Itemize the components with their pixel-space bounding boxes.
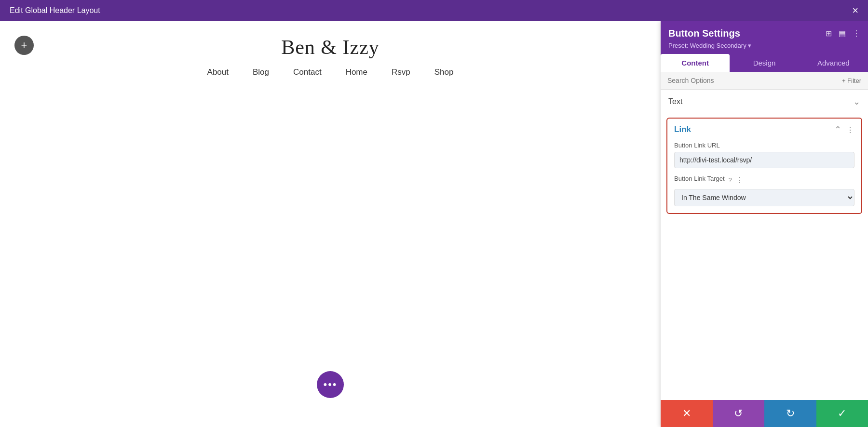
panel-footer: ✕ ↺ ↻ ✓ — [661, 400, 868, 427]
panel-preset: Preset: Wedding Secondary ▾ — [668, 42, 860, 49]
link-section: Link ⌃ ⋮ Button Link URL Button Link Tar… — [666, 118, 862, 214]
link-chevron-up-icon[interactable]: ⌃ — [834, 124, 841, 135]
tab-design[interactable]: Design — [730, 54, 799, 72]
close-button[interactable]: × — [852, 5, 858, 16]
target-more-icon[interactable]: ⋮ — [736, 175, 744, 185]
link-section-title: Link — [674, 125, 691, 134]
site-title: Ben & Izzy — [281, 36, 380, 59]
panel-header-icons: ⊞ ▤ ⋮ — [826, 29, 860, 38]
nav-home[interactable]: Home — [346, 67, 367, 77]
filter-button[interactable]: + Filter — [842, 77, 861, 84]
button-link-target-label: Button Link Target — [674, 175, 725, 182]
panel-content: Text ⌄ Link ⌃ ⋮ Button Link URL Button L… — [661, 90, 868, 400]
top-bar: Edit Global Header Layout × — [0, 0, 868, 21]
button-link-target-row: Button Link Target ? ⋮ — [674, 175, 854, 185]
redo-button[interactable]: ↻ — [764, 400, 816, 427]
text-section-label: Text — [668, 97, 682, 106]
nav-rsvp[interactable]: Rsvp — [392, 67, 410, 77]
panel-header-top: Button Settings ⊞ ▤ ⋮ — [668, 28, 860, 39]
more-icon[interactable]: ⋮ — [853, 29, 860, 38]
undo-button[interactable]: ↺ — [713, 400, 765, 427]
settings-panel: Button Settings ⊞ ▤ ⋮ Preset: Wedding Se… — [661, 21, 868, 427]
search-input[interactable] — [667, 77, 838, 84]
nav-contact[interactable]: Contact — [293, 67, 322, 77]
save-button[interactable]: ✓ — [816, 400, 868, 427]
panel-header: Button Settings ⊞ ▤ ⋮ Preset: Wedding Se… — [661, 21, 868, 54]
nav-about[interactable]: About — [207, 67, 229, 77]
cancel-button[interactable]: ✕ — [661, 400, 713, 427]
text-section-header[interactable]: Text ⌄ — [661, 90, 868, 114]
panel-title: Button Settings — [668, 28, 740, 39]
site-nav: About Blog Contact Home Rsvp Shop — [207, 67, 454, 77]
nav-blog[interactable]: Blog — [253, 67, 269, 77]
floating-dots-button[interactable]: ••• — [317, 371, 344, 398]
tab-advanced[interactable]: Advanced — [799, 54, 868, 72]
button-link-url-input[interactable] — [674, 152, 854, 168]
tab-content[interactable]: Content — [661, 54, 730, 72]
button-link-url-label: Button Link URL — [674, 142, 854, 149]
top-bar-title: Edit Global Header Layout — [10, 6, 100, 15]
site-header: Ben & Izzy About Blog Contact Home Rsvp … — [0, 21, 661, 87]
layout-icon[interactable]: ▤ — [839, 29, 846, 38]
link-section-icons: ⌃ ⋮ — [834, 124, 854, 135]
panel-tabs: Content Design Advanced — [661, 54, 868, 72]
nav-shop[interactable]: Shop — [434, 67, 454, 77]
button-link-target-select[interactable]: In The Same Window In The New Tab — [674, 189, 854, 206]
canvas: + Ben & Izzy About Blog Contact Home Rsv… — [0, 21, 661, 427]
text-chevron-icon: ⌄ — [853, 96, 860, 107]
add-button[interactable]: + — [14, 36, 34, 55]
expand-icon[interactable]: ⊞ — [826, 29, 832, 38]
search-bar: + Filter — [661, 72, 868, 90]
help-icon[interactable]: ? — [729, 176, 732, 184]
link-more-icon[interactable]: ⋮ — [846, 125, 854, 134]
link-section-header: Link ⌃ ⋮ — [667, 119, 861, 140]
link-fields: Button Link URL Button Link Target ? ⋮ I… — [667, 140, 861, 213]
